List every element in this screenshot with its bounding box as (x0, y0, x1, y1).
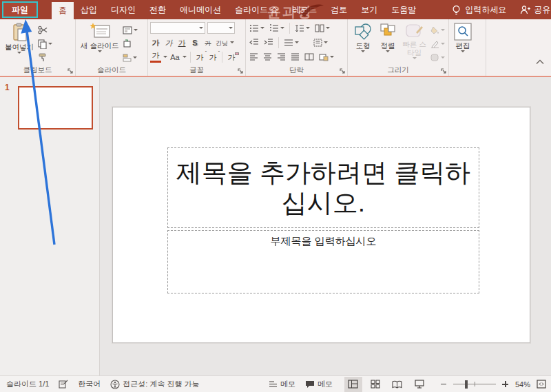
tab-design[interactable]: 디자인 (104, 0, 143, 19)
paragraph-spacing-button[interactable] (282, 37, 300, 48)
group-label-paragraph: 단락 (246, 65, 347, 75)
font-color-button[interactable]: 가 (150, 51, 161, 63)
grow-font-button[interactable]: 가ˆ (194, 51, 205, 63)
zoom-slider-handle[interactable] (465, 380, 468, 389)
tab-home[interactable]: 홈 (52, 2, 74, 19)
tab-animations[interactable]: 애니메이션 (173, 0, 228, 19)
subtitle-placeholder-text: 부제목을 입력하십시오 (168, 235, 479, 248)
reset-icon (123, 39, 132, 48)
align-right-button[interactable] (276, 51, 287, 63)
title-placeholder[interactable]: 제목을 추가하려면 클릭하십시오. (167, 147, 479, 228)
slideshow-view-button[interactable] (410, 377, 428, 392)
spell-check-icon (59, 380, 68, 389)
shape-effects-button[interactable] (429, 52, 446, 63)
arrange-icon (379, 23, 397, 41)
group-label-font: 글꼴 (148, 65, 245, 75)
slide-indicator: 슬라이드 1/1 (0, 376, 54, 392)
tab-review[interactable]: 검토 (324, 0, 354, 19)
cut-button[interactable] (37, 24, 54, 36)
group-label-slides: 슬라이드 (76, 65, 147, 75)
increase-indent-button[interactable] (262, 37, 275, 48)
slide-sorter-view-button[interactable] (366, 377, 384, 392)
tell-me-search[interactable]: 입력하세요 (445, 0, 513, 19)
reset-slide-button[interactable] (121, 38, 139, 50)
group-font: 가 가 가 S 가 긴닝 가 Aa 가ˆ 가ˇ 가 (148, 19, 246, 76)
zoom-out-button[interactable] (438, 377, 449, 392)
new-slide-dropdown-caret (98, 50, 102, 52)
language-button[interactable]: 한국어 (73, 376, 105, 392)
font-name-combobox[interactable] (150, 22, 205, 34)
tab-file[interactable]: 파일 (2, 1, 38, 18)
font-dialog-launcher-icon[interactable] (238, 68, 244, 74)
zoom-in-button[interactable] (500, 377, 511, 392)
shape-effects-icon (430, 54, 439, 62)
notes-button[interactable]: 메모 (264, 376, 300, 392)
shapes-button[interactable]: 도형 (350, 21, 376, 54)
editing-button[interactable]: 편집 (451, 21, 475, 54)
group-slides: 새 슬라이드 (76, 19, 148, 76)
tab-home-label: 홈 (59, 5, 67, 17)
slide-editing-area: 제목을 추가하려면 클릭하십시오. 부제목을 입력하십시오 (100, 77, 551, 375)
tab-record[interactable]: 레코드 (285, 0, 324, 19)
copy-button[interactable] (37, 38, 54, 50)
subtitle-placeholder[interactable]: 부제목을 입력하십시오 (167, 230, 479, 293)
convert-to-smartart-button[interactable] (318, 51, 335, 63)
tab-view[interactable]: 보기 (354, 0, 384, 19)
bold-button[interactable]: 가 (150, 37, 161, 48)
quick-styles-button[interactable]: 빠른 스타일 (399, 21, 429, 61)
align-text-button[interactable] (312, 37, 329, 48)
slide-layout-button[interactable] (121, 24, 139, 36)
zoom-slider[interactable] (453, 384, 496, 384)
strikethrough-button[interactable]: 가 (202, 37, 214, 48)
tab-slideshow[interactable]: 슬라이드 쇼 (228, 0, 285, 19)
share-button[interactable]: 공유 (513, 0, 551, 19)
tab-insert[interactable]: 삽입 (74, 0, 104, 19)
align-left-button[interactable] (248, 51, 260, 63)
new-slide-button[interactable]: 새 슬라이드 (78, 21, 121, 54)
fit-slide-to-window-button[interactable] (534, 377, 548, 392)
clipboard-dialog-launcher-icon[interactable] (67, 68, 74, 74)
shrink-font-button[interactable]: 가ˇ (207, 51, 218, 63)
add-columns-button[interactable] (303, 51, 315, 63)
columns-row-button[interactable] (313, 22, 331, 34)
normal-view-button[interactable] (344, 377, 362, 392)
comments-button[interactable]: 메모 (300, 376, 337, 392)
arrange-button[interactable]: 정렬 (376, 21, 399, 54)
shape-fill-button[interactable] (429, 24, 446, 36)
zoom-level[interactable]: 54% (515, 380, 530, 389)
slide-canvas[interactable]: 제목을 추가하려면 클릭하십시오. 부제목을 입력하십시오 (112, 107, 530, 343)
format-painter-button[interactable] (37, 52, 54, 63)
accessibility-checker-button[interactable]: 접근성: 계속 진행 가능 (105, 376, 204, 392)
normal-view-icon (348, 380, 358, 389)
font-size-combobox[interactable] (207, 22, 235, 34)
reading-view-button[interactable] (388, 377, 406, 392)
italic-button[interactable]: 가 (163, 37, 174, 48)
comment-bubble-icon (305, 380, 315, 389)
paste-button[interactable]: 붙여넣기 (2, 21, 37, 55)
decrease-indent-button[interactable] (248, 37, 260, 48)
line-spacing-button[interactable] (293, 22, 311, 34)
clear-formatting-button[interactable]: 가 (226, 51, 237, 63)
text-shadow-button[interactable]: S (189, 37, 200, 48)
fit-to-window-icon (537, 380, 546, 389)
spell-check-button[interactable] (54, 376, 73, 392)
numbering-button[interactable] (268, 22, 286, 34)
align-center-button[interactable] (262, 51, 273, 63)
bullets-button[interactable] (248, 22, 266, 34)
justify-button[interactable] (289, 51, 301, 63)
ribbon: 붙여넣기 (0, 19, 551, 77)
tab-help[interactable]: 도움말 (384, 0, 423, 19)
tab-transitions[interactable]: 전환 (143, 0, 173, 19)
copy-icon (38, 39, 47, 49)
paragraph-dialog-launcher-icon[interactable] (340, 68, 346, 74)
collapse-ribbon-chevron-icon[interactable] (536, 59, 544, 65)
section-button[interactable] (121, 52, 139, 63)
shape-fill-icon (430, 26, 439, 34)
underline-button[interactable]: 가 (176, 37, 187, 48)
shape-outline-button[interactable] (429, 38, 446, 50)
slide-thumbnail[interactable] (18, 86, 93, 130)
accessibility-icon (110, 380, 120, 389)
change-case-button[interactable]: Aa (169, 51, 180, 63)
character-spacing-button[interactable]: 긴닝 (216, 37, 228, 48)
drawing-dialog-launcher-icon[interactable] (441, 68, 447, 74)
